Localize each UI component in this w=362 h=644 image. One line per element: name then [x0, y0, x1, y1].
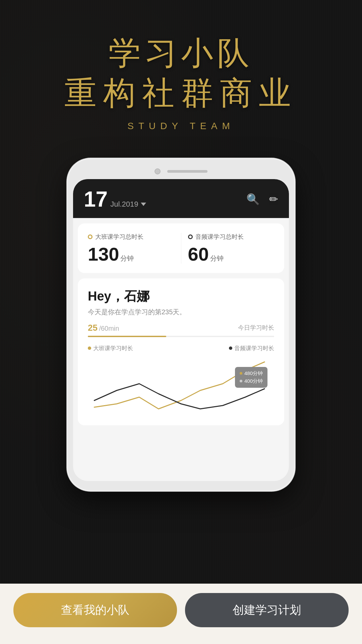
- view-team-button[interactable]: 查看我的小队: [13, 593, 177, 627]
- stat-number-large: 130: [88, 245, 119, 264]
- tooltip-value-1: 480分钟: [244, 370, 263, 377]
- edit-icon[interactable]: ✏: [269, 193, 278, 206]
- stat-card-audio: 音频课学习总时长 60 分钟: [181, 233, 275, 264]
- stat-value-row-large: 130 分钟: [88, 245, 174, 264]
- progress-value-group: 25 /60min: [88, 323, 119, 333]
- stat-label-row-audio: 音频课学习总时长: [188, 233, 275, 241]
- progress-section: 25 /60min 今日学习时长: [88, 323, 274, 333]
- stat-card-large: 大班课学习总时长 130 分钟: [88, 233, 181, 264]
- app-header-date: 17 Jul.2019: [84, 189, 146, 210]
- phone-wrapper: 17 Jul.2019 🔍 ✏: [67, 158, 295, 644]
- stat-label-audio: 音频课学习总时长: [195, 233, 244, 241]
- greeting-title: Hey，石娜: [88, 288, 274, 305]
- phone-camera: [155, 168, 161, 174]
- phone-screen: 17 Jul.2019 🔍 ✏: [73, 179, 289, 481]
- app-header: 17 Jul.2019 🔍 ✏: [73, 179, 289, 218]
- legend-dot-yellow: [88, 346, 91, 350]
- phone-speaker: [167, 170, 207, 173]
- legend-label-audio: 音频课学习时长: [234, 344, 274, 352]
- stat-dot-yellow: [88, 234, 93, 239]
- tooltip-value-2: 400分钟: [244, 378, 263, 384]
- stat-unit-large: 分钟: [120, 254, 134, 263]
- title-line2: 重构社群商业: [64, 72, 298, 114]
- stat-value-row-audio: 60 分钟: [188, 245, 275, 264]
- date-dropdown-arrow: [141, 203, 146, 206]
- title-line1: 学习小队: [64, 34, 298, 72]
- page-container: 学习小队 重构社群商业 STUDY TEAM 17 Jul.2019: [0, 0, 362, 644]
- stat-label-row-large: 大班课学习总时长: [88, 233, 174, 241]
- legend-dot-black: [229, 346, 232, 350]
- app-header-icons: 🔍 ✏: [246, 193, 278, 206]
- create-plan-button[interactable]: 创建学习计划: [185, 593, 349, 627]
- header-section: 学习小队 重构社群商业 STUDY TEAM: [64, 0, 298, 138]
- tooltip-dot-yellow: [240, 372, 242, 375]
- stat-label-large: 大班课学习总时长: [95, 233, 143, 241]
- chart-tooltip: 480分钟 400分钟: [235, 367, 267, 388]
- progress-max: /60min: [99, 325, 119, 332]
- stats-section: 大班课学习总时长 130 分钟 音频课学习总时长 60: [78, 223, 284, 273]
- tooltip-row-1: 480分钟: [240, 370, 263, 377]
- progress-bar-track: [88, 336, 274, 337]
- progress-current: 25: [88, 323, 98, 333]
- legend-label-large: 大班课学习时长: [93, 344, 133, 352]
- legend-item-large: 大班课学习时长: [88, 344, 133, 352]
- tooltip-dot-gray: [240, 380, 242, 382]
- progress-bar-fill: [88, 336, 166, 337]
- greeting-card: Hey，石娜 今天是你在学点学习的第235天。 25 /60min 今日学习时长: [78, 278, 284, 425]
- study-team-label: STUDY TEAM: [64, 121, 298, 131]
- stat-unit-audio: 分钟: [210, 254, 224, 263]
- chart-legend: 大班课学习时长 音频课学习时长: [88, 344, 274, 352]
- stat-number-audio: 60: [188, 245, 209, 264]
- legend-item-audio: 音频课学习时长: [229, 344, 274, 352]
- bottom-cta: 查看我的小队 创建学习计划: [0, 584, 362, 644]
- date-month-year: Jul.2019: [110, 200, 146, 209]
- stat-dot-black: [188, 234, 193, 239]
- progress-today-label: 今日学习时长: [238, 324, 274, 332]
- search-icon[interactable]: 🔍: [246, 193, 260, 206]
- date-number: 17: [84, 189, 108, 210]
- chart-area: 480分钟 400分钟: [88, 357, 274, 417]
- phone-frame: 17 Jul.2019 🔍 ✏: [67, 158, 295, 491]
- tooltip-row-2: 400分钟: [240, 378, 263, 384]
- greeting-subtitle: 今天是你在学点学习的第235天。: [88, 308, 274, 317]
- phone-top: [73, 165, 289, 179]
